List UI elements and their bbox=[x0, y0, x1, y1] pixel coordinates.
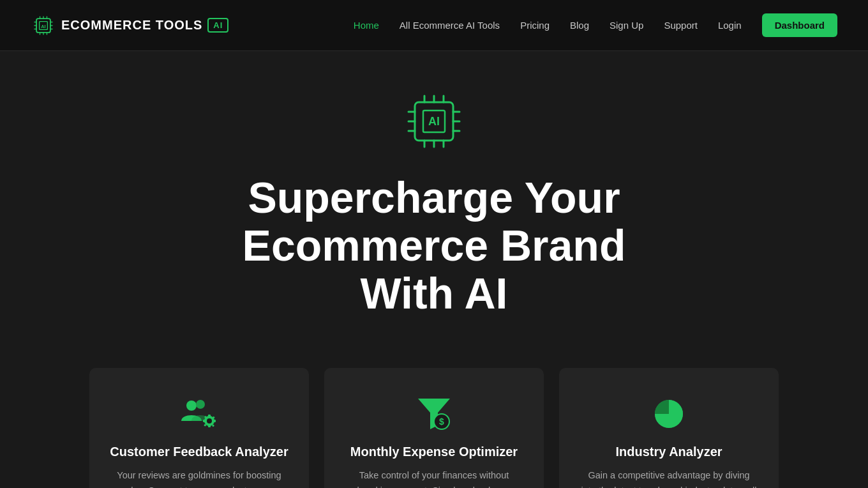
nav-link-support[interactable]: Support bbox=[664, 20, 698, 31]
card-industry-analyzer-icon bbox=[650, 393, 688, 432]
dashboard-button[interactable]: Dashboard bbox=[762, 13, 837, 37]
navbar: AI ECOMMERCE TOOLS AI Home All Ecommerce… bbox=[0, 0, 868, 51]
card-customer-feedback-title: Customer Feedback Analyzer bbox=[110, 445, 288, 459]
brand-logo[interactable]: AI ECOMMERCE TOOLS AI bbox=[31, 13, 228, 38]
card-industry-analyzer-desc: Gain a competitive advantage by diving i… bbox=[580, 468, 758, 488]
card-customer-feedback-desc: Your reviews are goldmines for boosting … bbox=[110, 468, 288, 488]
svg-text:$: $ bbox=[439, 416, 444, 427]
card-expense-optimizer-desc: Take control of your finances without br… bbox=[345, 468, 523, 488]
nav-link-signup[interactable]: Sign Up bbox=[610, 20, 643, 31]
svg-text:AI: AI bbox=[41, 23, 45, 29]
card-expense-optimizer-title: Monthly Expense Optimizer bbox=[350, 445, 518, 459]
nav-item-home[interactable]: Home bbox=[354, 20, 379, 31]
nav-item-tools[interactable]: All Ecommerce AI Tools bbox=[400, 20, 500, 31]
nav-item-support[interactable]: Support bbox=[664, 20, 698, 31]
nav-item-blog[interactable]: Blog bbox=[570, 20, 589, 31]
ai-chip-brand-icon: AI bbox=[31, 13, 56, 38]
nav-item-pricing[interactable]: Pricing bbox=[520, 20, 550, 31]
feature-cards-row1: Customer Feedback Analyzer Your reviews … bbox=[0, 368, 868, 488]
nav-links: Home All Ecommerce AI Tools Pricing Blog… bbox=[354, 20, 837, 31]
hero-title-line1: Supercharge Your Ecommerce Brand bbox=[243, 173, 626, 270]
card-expense-optimizer: $ Monthly Expense Optimizer Take control… bbox=[324, 368, 544, 488]
nav-link-login[interactable]: Login bbox=[718, 20, 742, 31]
hero-section: AI Supercharge Your Ecommerce Brand With… bbox=[0, 51, 868, 368]
brand-name: ECOMMERCE TOOLS bbox=[61, 18, 202, 33]
nav-item-signup[interactable]: Sign Up bbox=[610, 20, 643, 31]
card-industry-analyzer: Industry Analyzer Gain a competitive adv… bbox=[559, 368, 779, 488]
hero-title: Supercharge Your Ecommerce Brand With AI bbox=[147, 174, 721, 317]
nav-link-home[interactable]: Home bbox=[354, 20, 379, 31]
hero-ai-chip-icon: AI bbox=[402, 89, 466, 153]
card-customer-feedback-icon bbox=[180, 393, 218, 432]
nav-link-blog[interactable]: Blog bbox=[570, 20, 589, 31]
svg-point-30 bbox=[186, 400, 197, 411]
nav-link-tools[interactable]: All Ecommerce AI Tools bbox=[400, 20, 500, 31]
svg-rect-34 bbox=[208, 415, 211, 417]
nav-item-login[interactable]: Login bbox=[718, 20, 742, 31]
nav-link-pricing[interactable]: Pricing bbox=[520, 20, 550, 31]
svg-point-31 bbox=[196, 400, 205, 409]
svg-rect-36 bbox=[203, 420, 206, 422]
card-customer-feedback: Customer Feedback Analyzer Your reviews … bbox=[89, 368, 309, 488]
brand-ai-badge: AI bbox=[207, 18, 228, 33]
nav-item-dashboard[interactable]: Dashboard bbox=[762, 20, 837, 31]
svg-rect-37 bbox=[213, 420, 216, 422]
svg-text:AI: AI bbox=[428, 115, 440, 128]
svg-rect-35 bbox=[208, 425, 211, 427]
card-industry-analyzer-title: Industry Analyzer bbox=[615, 445, 722, 459]
svg-point-33 bbox=[207, 418, 212, 423]
card-expense-optimizer-icon: $ bbox=[415, 393, 453, 432]
hero-title-line2: With AI bbox=[360, 269, 507, 317]
